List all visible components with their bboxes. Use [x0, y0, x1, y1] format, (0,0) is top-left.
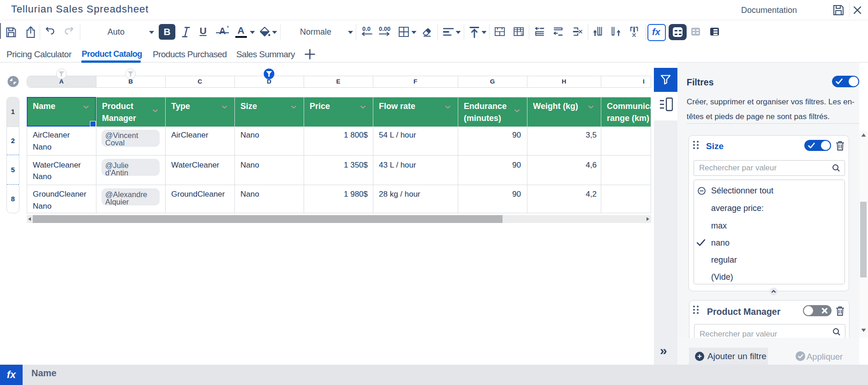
svg-text:0.0: 0.0	[362, 26, 371, 32]
svg-text:0.00: 0.00	[379, 26, 390, 32]
